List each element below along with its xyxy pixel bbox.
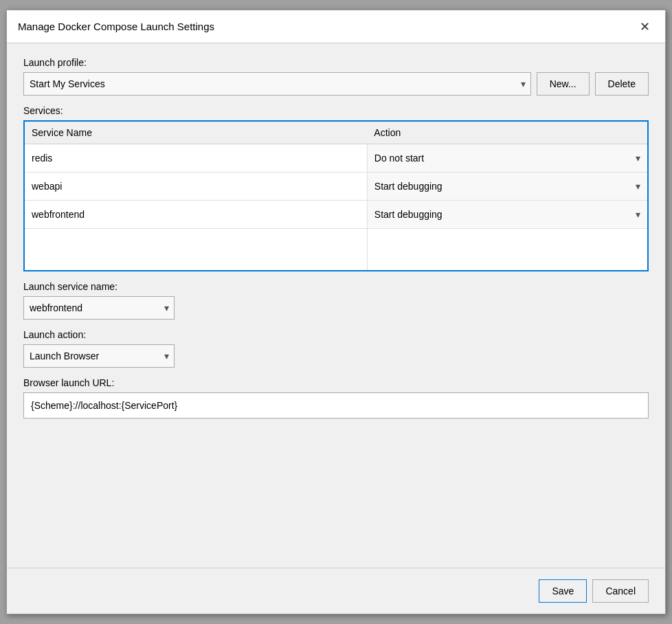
action-select-redis[interactable]: Do not start Start Start debugging bbox=[368, 144, 647, 172]
col-action: Action bbox=[367, 122, 647, 144]
launch-service-section: Launch service name: webfrontend redis w… bbox=[23, 281, 649, 320]
dialog-footer: Save Cancel bbox=[7, 568, 665, 614]
launch-service-label: Launch service name: bbox=[23, 281, 649, 292]
launch-service-select-wrapper: webfrontend redis webapi bbox=[23, 296, 175, 320]
launch-profile-section: Launch profile: Start My Services New...… bbox=[23, 57, 649, 96]
action-cell-webapi: Do not start Start Start debugging bbox=[367, 172, 647, 201]
services-section: Services: Service Name Action redis bbox=[23, 105, 649, 271]
services-label: Services: bbox=[23, 105, 649, 116]
launch-action-section: Launch action: Launch Browser None Launc… bbox=[23, 329, 649, 368]
dialog-content: Launch profile: Start My Services New...… bbox=[7, 43, 665, 568]
launch-action-select[interactable]: Launch Browser None Launch executable bbox=[23, 344, 175, 368]
services-table: Service Name Action redis Do not start S… bbox=[25, 122, 647, 270]
browser-url-input[interactable] bbox=[23, 392, 649, 419]
launch-action-label: Launch action: bbox=[23, 329, 649, 340]
dialog-title: Manage Docker Compose Launch Settings bbox=[18, 21, 214, 32]
launch-profile-select[interactable]: Start My Services bbox=[23, 72, 531, 96]
col-service-name: Service Name bbox=[25, 122, 367, 144]
browser-url-label: Browser launch URL: bbox=[23, 377, 649, 388]
action-cell-redis: Do not start Start Start debugging bbox=[367, 144, 647, 172]
table-row-empty bbox=[25, 229, 647, 270]
launch-action-select-wrapper: Launch Browser None Launch executable bbox=[23, 344, 175, 368]
new-button[interactable]: New... bbox=[537, 72, 590, 96]
services-table-header: Service Name Action bbox=[25, 122, 647, 144]
delete-button[interactable]: Delete bbox=[595, 72, 649, 96]
table-row: webfrontend Do not start Start Start deb… bbox=[25, 201, 647, 229]
empty-cell-left bbox=[25, 229, 367, 270]
launch-profile-select-wrapper: Start My Services bbox=[23, 72, 531, 96]
cancel-button[interactable]: Cancel bbox=[592, 579, 649, 603]
action-select-webapi[interactable]: Do not start Start Start debugging bbox=[368, 172, 647, 200]
empty-cell-right bbox=[367, 229, 647, 270]
browser-url-section: Browser launch URL: bbox=[23, 377, 649, 419]
services-table-wrapper: Service Name Action redis Do not start S… bbox=[23, 120, 649, 271]
launch-profile-row: Start My Services New... Delete bbox=[23, 72, 649, 96]
action-cell-webfrontend: Do not start Start Start debugging bbox=[367, 201, 647, 229]
service-name-redis: redis bbox=[25, 144, 367, 172]
table-row: webapi Do not start Start Start debuggin… bbox=[25, 172, 647, 201]
launch-service-select[interactable]: webfrontend redis webapi bbox=[23, 296, 175, 320]
close-button[interactable]: ✕ bbox=[635, 17, 654, 36]
save-button[interactable]: Save bbox=[539, 579, 587, 603]
launch-profile-label: Launch profile: bbox=[23, 57, 649, 68]
table-row: redis Do not start Start Start debugging bbox=[25, 144, 647, 172]
action-select-webfrontend[interactable]: Do not start Start Start debugging bbox=[368, 201, 647, 228]
dialog: Manage Docker Compose Launch Settings ✕ … bbox=[6, 10, 666, 614]
service-name-webfrontend: webfrontend bbox=[25, 201, 367, 229]
title-bar: Manage Docker Compose Launch Settings ✕ bbox=[7, 10, 665, 43]
service-name-webapi: webapi bbox=[25, 172, 367, 201]
